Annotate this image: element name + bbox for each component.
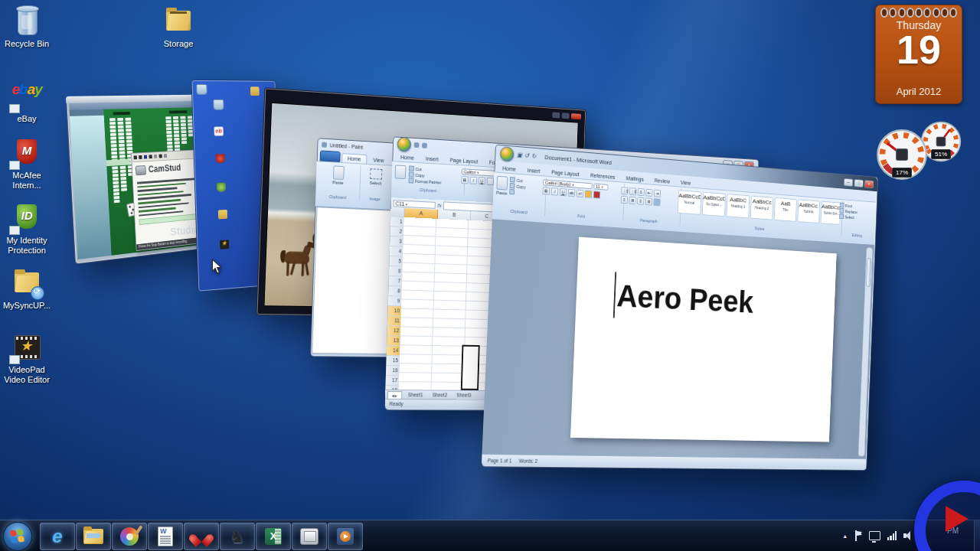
play-circle-icon <box>337 528 354 545</box>
mini-folder-icon <box>250 86 260 96</box>
format-painter-button[interactable]: Format Painter <box>409 178 442 185</box>
taskbar-hearts[interactable] <box>184 523 219 550</box>
font-size-select[interactable]: 11 <box>593 184 608 191</box>
row-header[interactable]: 10 <box>387 306 401 316</box>
paste-button[interactable]: Paste <box>319 165 358 186</box>
desktop-icon-ebay[interactable]: ebay eBay <box>2 75 52 124</box>
sheet-tab[interactable]: Sheet2 <box>429 391 451 399</box>
style-card[interactable]: AaB Title <box>774 197 797 222</box>
row-header[interactable]: 6 <box>389 266 403 277</box>
row-header[interactable]: 16 <box>386 366 400 376</box>
style-card[interactable]: AaBbCcDd No Spaci... <box>702 192 726 217</box>
taskbar-windows-explorer[interactable] <box>76 523 111 550</box>
row-header[interactable]: 3 <box>390 236 403 247</box>
mini-sync-folder-icon <box>218 210 227 219</box>
document-page[interactable]: Aero Peek <box>570 237 837 442</box>
desktop-icon-mcafee[interactable]: M McAfee Intern... <box>2 138 52 191</box>
row-header[interactable]: 9 <box>388 296 402 306</box>
page-count: Page 1 of 1 <box>488 458 512 463</box>
minimize-button[interactable] <box>552 112 560 118</box>
start-button[interactable] <box>3 522 32 551</box>
word-count[interactable]: Words: 2 <box>519 458 538 463</box>
cpu-meter-gadget[interactable]: 17% <box>876 129 928 181</box>
select-button[interactable]: Select <box>357 167 394 186</box>
desktop-icon-mysyncup[interactable]: MySyncUP... <box>2 268 52 311</box>
row-header[interactable]: 2 <box>390 227 403 237</box>
row-header[interactable]: 7 <box>388 276 402 287</box>
desktop-icon-my-identity-protection[interactable]: ID My Identity Protection <box>2 203 52 256</box>
minimize-button[interactable]: ─ <box>844 178 853 186</box>
select-all-corner[interactable] <box>390 207 405 217</box>
recorder-icon <box>300 528 318 545</box>
row-header[interactable]: 5 <box>389 256 403 267</box>
paint-menu-button[interactable] <box>320 150 341 162</box>
style-card[interactable]: AaBbCcDd Normal <box>678 190 702 215</box>
format-painter-button[interactable] <box>509 189 525 196</box>
taskbar-media-player[interactable] <box>328 523 363 550</box>
row-header[interactable]: 4 <box>390 246 403 257</box>
paste-button[interactable] <box>394 165 406 184</box>
volume-icon[interactable] <box>903 531 914 540</box>
cpu-meter-value: 17% <box>892 168 912 178</box>
video-play-overlay-icon[interactable] <box>914 481 980 551</box>
sheet-nav-icons[interactable]: ◂▸ <box>387 391 403 399</box>
taskbar-wordpad[interactable] <box>148 523 183 550</box>
drawn-rectangle-shape[interactable] <box>461 345 480 390</box>
network-icon[interactable] <box>869 531 880 540</box>
row-header[interactable]: 13 <box>387 336 400 346</box>
style-card[interactable]: AaBbC Heading 1 <box>726 194 750 218</box>
maximize-button[interactable]: □ <box>854 179 863 187</box>
action-center-flag-icon[interactable] <box>854 530 862 541</box>
office-button[interactable] <box>397 136 412 152</box>
maximize-button[interactable] <box>562 112 570 119</box>
document-text: Aero Peek <box>616 278 754 320</box>
row-header[interactable]: 8 <box>388 286 402 296</box>
taskbar-excel[interactable]: X <box>256 523 291 550</box>
desktop-icon-storage[interactable]: Storage <box>153 6 204 49</box>
system-tray[interactable]: ▲ <box>842 520 914 551</box>
taskbar-chess-titans[interactable]: ♞ <box>220 523 255 550</box>
redo-icon[interactable]: ↻ <box>531 152 537 159</box>
row-header[interactable]: 11 <box>387 316 401 326</box>
paint-palette-icon <box>120 527 139 546</box>
window-word[interactable]: ▣↺↻ Document1 - Microsoft Word ─□× HomeI… <box>482 145 877 469</box>
row-header[interactable]: 12 <box>387 326 400 336</box>
mini-id-shield-icon <box>217 183 226 192</box>
save-icon[interactable]: ▣ <box>517 151 523 158</box>
vertical-scrollbar[interactable] <box>858 247 874 457</box>
name-box[interactable]: C11 <box>393 200 435 209</box>
paste-button[interactable]: Paste <box>496 176 508 196</box>
calendar-month-year: April 2012 <box>876 86 962 97</box>
office-button[interactable] <box>500 146 514 161</box>
row-header[interactable]: 15 <box>386 356 400 366</box>
calendar-spiral <box>880 8 957 15</box>
window-title: Untitled - Paint <box>330 142 364 150</box>
save-icon[interactable] <box>414 142 420 147</box>
sheet-tab[interactable]: Sheet3 <box>452 392 475 399</box>
taskbar-camstudio[interactable] <box>292 523 327 550</box>
save-icon[interactable] <box>322 142 327 147</box>
document-area[interactable]: Aero Peek <box>482 219 874 459</box>
signal-strength-icon[interactable] <box>887 531 897 540</box>
close-button[interactable] <box>571 113 581 119</box>
taskbar[interactable]: e ♞ X ▲ PM <box>0 520 980 551</box>
row-header[interactable]: 17 <box>386 376 400 386</box>
calendar-gadget[interactable]: Thursday 19 April 2012 <box>875 5 962 104</box>
document-icon <box>158 527 173 546</box>
row-header[interactable]: 1 <box>390 217 404 227</box>
taskbar-internet-explorer[interactable]: e <box>40 523 75 550</box>
undo-icon[interactable] <box>422 142 427 148</box>
style-card[interactable]: AaBbCc Heading 2 <box>750 196 773 220</box>
row-header[interactable]: 14 <box>387 346 400 356</box>
desktop-icon-recycle-bin[interactable]: Recycle Bin <box>2 6 52 49</box>
desktop-icon-videopad[interactable]: VideoPad Video Editor <box>2 332 52 385</box>
taskbar-paint[interactable] <box>112 523 147 550</box>
folder-icon <box>162 6 194 37</box>
sheet-tab[interactable]: Sheet1 <box>404 391 426 399</box>
internet-explorer-icon: e <box>52 527 62 546</box>
ram-meter-value: 51% <box>931 149 951 159</box>
style-card[interactable]: AaBbCc. Subtitle <box>797 199 820 223</box>
show-hidden-icons-icon[interactable]: ▲ <box>842 533 848 539</box>
undo-icon[interactable]: ↺ <box>524 152 530 158</box>
close-button[interactable]: × <box>864 180 874 188</box>
